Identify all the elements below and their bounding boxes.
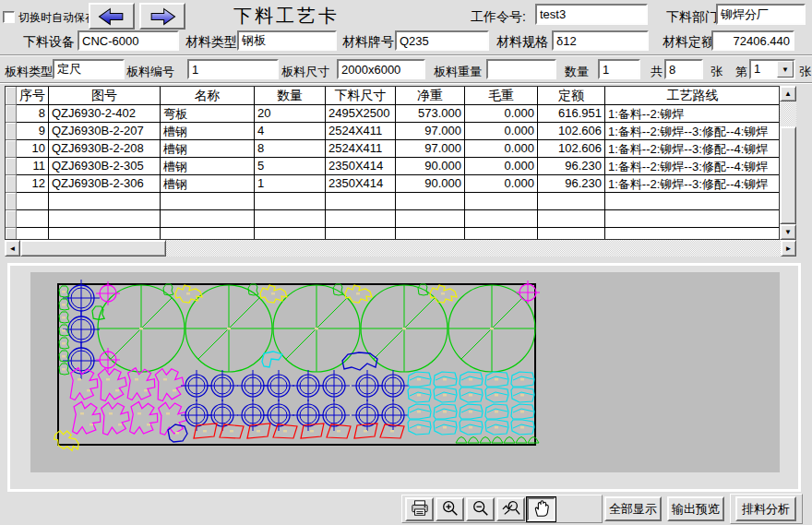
- column-header: 毛重: [465, 87, 538, 105]
- column-header: 名称: [161, 87, 255, 105]
- table-cell: 槽钢: [161, 140, 255, 158]
- scroll-right-icon[interactable]: ►: [781, 240, 796, 257]
- next-sheet-button[interactable]: [139, 3, 185, 30]
- autosave-checkbox[interactable]: [3, 11, 15, 23]
- row-selector[interactable]: [6, 193, 17, 210]
- material-spec-input[interactable]: [552, 30, 649, 51]
- table-empty-row[interactable]: [6, 228, 779, 240]
- scroll-down-icon[interactable]: ▼: [780, 224, 796, 240]
- table-cell: [605, 228, 780, 240]
- table-cell: [255, 210, 326, 228]
- job-number-label: 工作令号:: [471, 9, 526, 26]
- material-type-input[interactable]: [237, 30, 337, 51]
- column-header: 数量: [255, 87, 326, 105]
- zoom-window-icon: [501, 499, 521, 520]
- chevron-down-icon[interactable]: ▼: [777, 61, 794, 78]
- qty-input[interactable]: [598, 59, 640, 79]
- table-empty-row[interactable]: [6, 210, 779, 228]
- column-header: 工艺路线: [605, 87, 780, 105]
- table-row[interactable]: 8QZJ6930-2-402弯板202495X2500573.0000.0006…: [6, 105, 779, 123]
- job-number-input[interactable]: [535, 4, 648, 25]
- pan-icon: [531, 499, 552, 520]
- nesting-canvas[interactable]: [30, 272, 780, 472]
- divider: [0, 83, 812, 84]
- row-selector[interactable]: [6, 175, 17, 193]
- parts-table: 序号图号名称数量下料尺寸净重毛重定额工艺路线8QZJ6930-2-402弯板20…: [5, 86, 780, 240]
- table-cell: 2350X414: [326, 158, 396, 175]
- row-selector[interactable]: [6, 123, 17, 140]
- output-preview-button[interactable]: 输出预览: [667, 496, 724, 521]
- table-row[interactable]: 12QZJ6930B-2-306槽钢12350X41490.0000.00096…: [6, 175, 779, 193]
- plate-no-label: 板料编号: [126, 64, 174, 80]
- total-label: 共: [651, 64, 663, 80]
- table-cell: 0.000: [465, 175, 538, 193]
- pan-button[interactable]: [527, 497, 555, 521]
- table-row[interactable]: 10QZJ6930B-2-208槽钢82524X41197.0000.00010…: [6, 140, 779, 158]
- table-cell: 20: [255, 105, 326, 123]
- device-input[interactable]: [78, 30, 179, 51]
- table-cell: [161, 193, 255, 210]
- row-selector[interactable]: [6, 158, 17, 175]
- table-cell: 0.000: [465, 158, 538, 175]
- current-sheet-combobox[interactable]: 1 ▼: [749, 59, 795, 79]
- zoom-window-button[interactable]: [496, 497, 525, 521]
- column-header: 定额: [538, 87, 605, 105]
- table-cell: 槽钢: [161, 175, 255, 193]
- table-cell: QZJ6930B-2-208: [49, 140, 161, 158]
- plate-no-input[interactable]: [187, 59, 279, 79]
- table-cell: QZJ6930B-2-207: [49, 123, 161, 140]
- total-sheets-input[interactable]: [664, 59, 703, 79]
- dept-input[interactable]: [716, 4, 806, 25]
- nest-analysis-button[interactable]: 排料分析: [735, 496, 796, 521]
- plate-type-input[interactable]: [53, 59, 125, 79]
- hscroll-thumb[interactable]: [20, 240, 166, 257]
- zoom-in-button[interactable]: [436, 497, 464, 521]
- material-quota-input[interactable]: [711, 30, 794, 51]
- plate-type-label: 板料类型: [5, 64, 53, 80]
- table-cell: [538, 193, 605, 210]
- print-icon: [410, 499, 430, 520]
- table-cell: 4: [255, 123, 326, 140]
- sheet-unit-label: 张: [710, 64, 722, 80]
- table-cell: [605, 193, 780, 210]
- table-cell: [326, 210, 396, 228]
- table-row[interactable]: 9QZJ6930B-2-207槽钢42524X41197.0000.000102…: [6, 123, 779, 140]
- scroll-left-icon[interactable]: ◄: [5, 240, 20, 257]
- table-cell: [49, 193, 161, 210]
- plate-weight-input[interactable]: [486, 59, 556, 79]
- table-cell: QZJ6930-2-402: [49, 105, 161, 123]
- row-selector[interactable]: [6, 140, 17, 158]
- table-vscrollbar[interactable]: ▲ ▼: [780, 86, 796, 240]
- device-label: 下料设备: [23, 34, 75, 51]
- table-cell: 1:备料--2:铆焊--3:修配--4:铆焊: [605, 123, 780, 140]
- table-cell: 5: [255, 158, 326, 175]
- row-selector[interactable]: [6, 228, 17, 240]
- table-cell: [605, 210, 780, 228]
- material-grade-input[interactable]: [395, 30, 489, 51]
- table-row[interactable]: 11QZJ6930B-2-305槽钢52350X41490.0000.00096…: [6, 158, 779, 175]
- table-cell: 102.606: [538, 140, 605, 158]
- material-type-label: 材料类型: [185, 34, 237, 51]
- row-selector[interactable]: [6, 87, 17, 105]
- table-cell: 8: [17, 105, 49, 123]
- vscroll-thumb[interactable]: [780, 126, 796, 224]
- zoom-out-button[interactable]: [466, 497, 495, 521]
- plate-size-input[interactable]: [337, 59, 425, 79]
- table-cell: [161, 228, 255, 240]
- table-cell: 97.000: [396, 123, 465, 140]
- prev-sheet-button[interactable]: [89, 3, 135, 30]
- scroll-up-icon[interactable]: ▲: [780, 86, 796, 101]
- table-hscrollbar[interactable]: ◄ ►: [5, 240, 796, 257]
- arrow-left-icon: [93, 6, 130, 27]
- plate-weight-label: 板料重量: [434, 64, 482, 80]
- row-selector[interactable]: [6, 105, 17, 123]
- print-button[interactable]: [405, 497, 434, 521]
- show-all-button[interactable]: 全部显示: [604, 496, 662, 521]
- table-cell: [326, 193, 396, 210]
- table-cell: [161, 210, 255, 228]
- divider: [0, 55, 812, 56]
- app-window: 切换时自动保存 下料工艺卡 工作令号: 下料部门 下料设备 材料类型 材料牌号 …: [0, 0, 812, 525]
- table-empty-row[interactable]: [6, 193, 779, 210]
- row-selector[interactable]: [6, 210, 17, 228]
- page-title: 下料工艺卡: [233, 4, 340, 29]
